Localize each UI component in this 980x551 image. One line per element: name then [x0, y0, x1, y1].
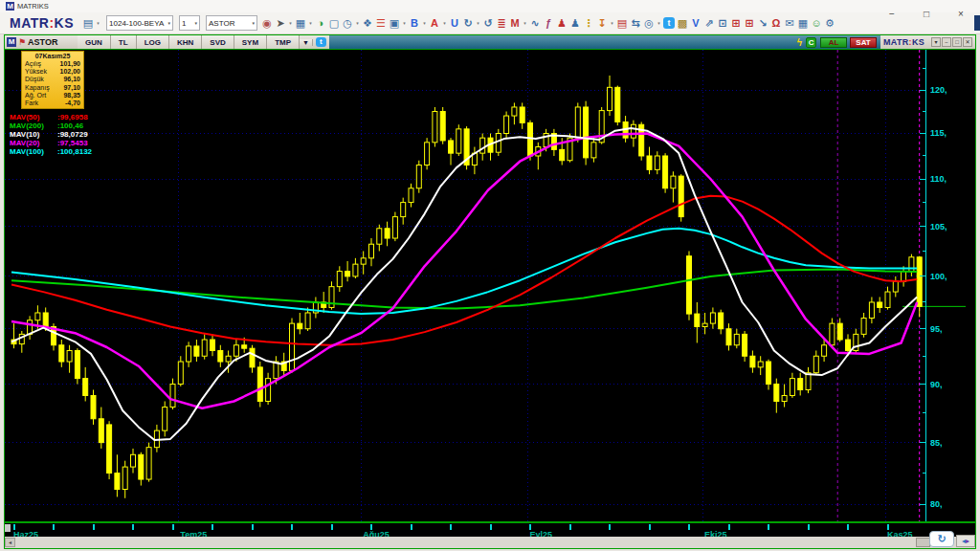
period-button-gun[interactable]: GUN: [78, 35, 111, 49]
zoom-icon[interactable]: ◉: [260, 15, 274, 31]
clock-icon-caret[interactable]: ▾: [354, 20, 361, 26]
history-icon[interactable]: ↻: [461, 15, 475, 31]
gridlines: [5, 50, 925, 522]
axis-corner-box: [5, 524, 11, 532]
save-caret-icon[interactable]: ▾: [95, 20, 101, 26]
app-title: MATRIKS: [17, 2, 49, 11]
save-icon[interactable]: ▤: [81, 15, 95, 31]
share-twitter-wrap[interactable]: t: [313, 37, 329, 47]
sell-sat-button[interactable]: SAT: [850, 37, 877, 48]
price-tick-label: 120,: [930, 85, 947, 95]
realtime-lightning-icon: ϟ: [797, 37, 802, 48]
chart-close-button[interactable]: ✕: [963, 37, 972, 47]
chart-m-icon[interactable]: M: [7, 37, 16, 47]
bold-b-icon[interactable]: B: [408, 15, 421, 31]
chat-icon[interactable]: ☺: [810, 15, 823, 31]
window-icon[interactable]: ⊞: [729, 15, 743, 31]
chart-plot-area[interactable]: 120,115,110,105,100,95,90,85,80,Haz25Tem…: [5, 49, 975, 537]
transfer-icon[interactable]: ⇆: [629, 15, 642, 31]
sync-refresh-button[interactable]: ↻: [929, 531, 954, 547]
period-button-svd[interactable]: SVD: [202, 35, 234, 49]
underline-u-icon[interactable]: U: [448, 15, 461, 31]
screen-settings-icon[interactable]: ⊡: [716, 15, 729, 31]
search-icon-caret[interactable]: ▾: [656, 20, 662, 26]
handshake-icon[interactable]: ❖: [361, 15, 374, 31]
notebook-icon[interactable]: ▣: [388, 15, 401, 31]
window-2-icon[interactable]: ⊞: [743, 15, 756, 31]
chevron-down-icon: ▾: [195, 20, 198, 26]
depth-list-icon[interactable]: ☰: [374, 15, 388, 31]
chart-type-icon[interactable]: ▦: [294, 15, 307, 31]
minimize-button[interactable]: −: [875, 6, 909, 23]
analyst-icon[interactable]: ♟: [555, 15, 568, 31]
month-label-Kas25: Kas25: [887, 530, 913, 537]
alarm-a-icon[interactable]: A: [428, 15, 441, 31]
month-label-Eki25: Eki25: [704, 530, 727, 537]
period-button-log[interactable]: LOG: [137, 35, 169, 49]
pie-chart-icon[interactable]: ◑: [314, 15, 327, 31]
info-date: 07Kasım25: [22, 52, 83, 60]
page-combo[interactable]: 1▾: [179, 15, 200, 31]
pointer-icon[interactable]: ➤: [274, 15, 287, 31]
scroll-nav-buttons[interactable]: ◂▸: [956, 535, 975, 547]
viop-v-icon[interactable]: V: [689, 15, 702, 31]
info-row-Yüksek: Yüksek102,00: [22, 68, 83, 76]
export-icon[interactable]: ↧: [595, 15, 609, 31]
alarm-a-icon-caret[interactable]: ▾: [441, 20, 448, 26]
chart-scrollbar[interactable]: ◂ ↻ ◂▸: [5, 537, 975, 548]
mail-icon[interactable]: ✉: [783, 15, 796, 31]
mav-label-MAV(50): MAV(50):99,6958: [10, 113, 92, 121]
chart-restore-button[interactable]: □: [952, 37, 962, 47]
chart-symbol-label[interactable]: ASTOR: [28, 37, 78, 47]
chart-titlebar: M ⚑ ASTOR GUNTLLOGKHNSVDSYMTMP ▼ t ϟ C A…: [5, 35, 975, 49]
matriks-logo-icon: M: [6, 2, 14, 11]
period-button-sym[interactable]: SYM: [234, 35, 267, 49]
search-icon[interactable]: ◎: [642, 15, 656, 31]
group-icon[interactable]: ♟: [568, 15, 582, 31]
matriks-app-window: M MATRIKS −□× MATR:KS ▤ ▾ 1024-100-BEYA▾…: [0, 0, 980, 551]
report-icon[interactable]: ▤: [615, 15, 629, 31]
buy-al-button[interactable]: AL: [820, 37, 847, 48]
period-button-tmp[interactable]: TMP: [267, 35, 300, 49]
clock-icon[interactable]: ◷: [341, 15, 354, 31]
symbol-combo[interactable]: ASTOR▾: [206, 15, 257, 31]
period-button-tl[interactable]: TL: [111, 35, 137, 49]
scrollbar-thumb[interactable]: [916, 538, 930, 547]
draw-icon[interactable]: ↘: [756, 15, 769, 31]
bell-icon[interactable]: Ω: [769, 15, 783, 31]
refresh-c-button[interactable]: C: [806, 37, 816, 48]
refresh-icon[interactable]: ↺: [481, 15, 495, 31]
package-icon[interactable]: ▩: [676, 15, 689, 31]
price-axis: 120,115,110,105,100,95,90,85,80,: [920, 50, 947, 522]
trend-pointer-icon[interactable]: ⇗: [702, 15, 716, 31]
matriks-m-icon[interactable]: M: [508, 15, 522, 31]
price-tick-label: 90,: [930, 380, 943, 389]
nav-right-icon: ▸: [966, 537, 969, 545]
pointer-icon-caret[interactable]: ▾: [287, 20, 294, 26]
close-button[interactable]: ×: [944, 6, 978, 23]
matriks-m-icon-caret[interactable]: ▾: [522, 20, 528, 26]
traffic-light-icon[interactable]: ⋮: [582, 15, 595, 31]
formula-fx-icon[interactable]: ƒ: [542, 15, 555, 31]
ohlc-info-box: 07Kasım25 Açılış101,90Yüksek102,00Düşük9…: [21, 51, 84, 109]
period-dropdown-caret[interactable]: ▼: [300, 39, 313, 46]
twitter-icon[interactable]: t: [663, 17, 675, 29]
month-label-Tem25: Tem25: [180, 530, 207, 537]
viop-stripe-icon[interactable]: ≣: [495, 15, 508, 31]
gears-icon[interactable]: ⚙: [823, 15, 836, 31]
notebook-icon-caret[interactable]: ▾: [401, 20, 408, 26]
period-button-khn[interactable]: KHN: [169, 35, 202, 49]
screen-icon[interactable]: ▢: [327, 15, 341, 31]
bold-b-icon-caret[interactable]: ▾: [421, 20, 428, 26]
mini-chart-icon[interactable]: ∿: [528, 15, 542, 31]
scrollbar-left-arrow-icon[interactable]: ◂: [5, 538, 15, 547]
chart-type-icon-caret[interactable]: ▾: [307, 20, 314, 26]
layout-combo[interactable]: 1024-100-BEYA▾: [106, 15, 173, 31]
maximize-button[interactable]: □: [909, 6, 944, 23]
chart-dropdown-button[interactable]: ▾: [931, 37, 941, 47]
chart-minimize-button[interactable]: −: [942, 37, 951, 47]
info-row-Fark: Fark-4,70: [22, 99, 83, 107]
history-icon-caret[interactable]: ▾: [475, 20, 481, 26]
export-icon-caret[interactable]: ▾: [609, 20, 615, 26]
calculator-icon[interactable]: ▦: [796, 15, 810, 31]
